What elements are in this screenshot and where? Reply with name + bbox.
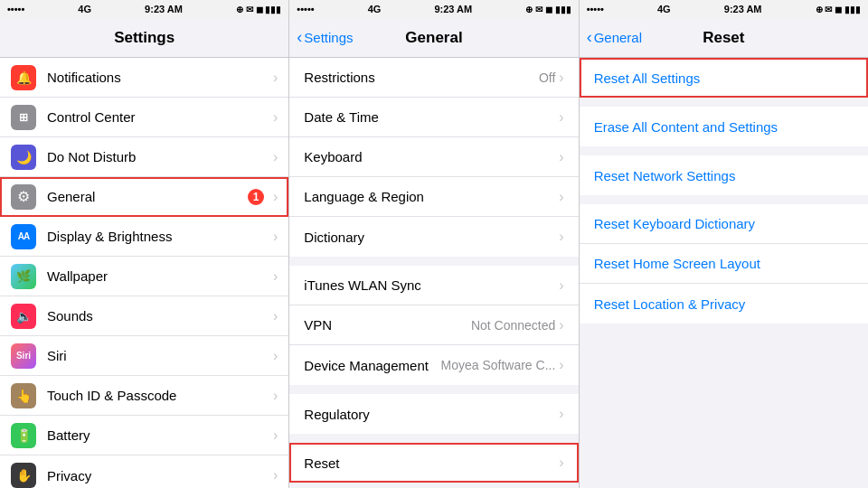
settings-item-battery[interactable]: 🔋 Battery › [0,416,288,455]
general-title: General [405,29,462,47]
back-to-general[interactable]: ‹ General [587,30,642,45]
itunes-chevron: › [559,277,563,294]
status-icons-2: ⊕ ✉ ◼ ▮▮▮ [525,5,571,14]
dictionary-chevron: › [559,229,563,245]
battery-label: Battery [47,427,269,443]
regulatory-chevron: › [559,406,563,422]
reset-item-erase-all[interactable]: Erase All Content and Settings [580,107,868,146]
status-panel-3: ••••• 4G 9:23 AM ⊕ ✉ ◼ ▮▮▮ [580,0,868,18]
device-mgmt-value: Moyea Software C... [441,358,556,372]
restrictions-value: Off [539,70,555,85]
reset-chevron: › [559,455,563,471]
time-2: 9:23 AM [434,4,472,14]
general-section-2: iTunes WLAN Sync › VPN Not Connected › D… [289,266,578,385]
keyboard-label: Keyboard [304,149,559,164]
reset-section-3: Reset Network Settings [580,155,868,195]
settings-item-dnd[interactable]: 🌙 Do Not Disturb › [0,137,288,177]
signal-dots: ••••• [7,4,24,14]
display-icon: AA [11,224,36,249]
notifications-label: Notifications [47,70,269,85]
control-center-icon: ⊞ [11,105,36,130]
language-label: Language & Region [304,189,559,204]
general-badge: 1 [248,189,264,205]
settings-item-notifications[interactable]: 🔔 Notifications › [0,58,288,98]
general-item-itunes[interactable]: iTunes WLAN Sync › [289,266,578,305]
general-item-regulatory[interactable]: Regulatory › [289,394,578,434]
touchid-chevron: › [273,388,278,404]
control-center-chevron: › [273,109,278,126]
reset-item-network[interactable]: Reset Network Settings [580,155,868,195]
touchid-label: Touch ID & Passcode [47,388,269,403]
dnd-chevron: › [273,149,278,165]
back-settings-label: Settings [304,30,353,45]
display-chevron: › [273,229,278,245]
siri-chevron: › [273,348,278,364]
siri-icon: Siri [11,343,36,369]
control-center-label: Control Center [47,109,269,125]
general-item-dictionary[interactable]: Dictionary › [289,217,578,257]
settings-item-privacy[interactable]: ✋ Privacy › [0,455,288,488]
general-item-device-mgmt[interactable]: Device Management Moyea Software C... › [289,345,578,385]
settings-header: Settings [0,18,288,58]
signal-dots-2: ••••• [297,4,314,14]
settings-item-wallpaper[interactable]: 🌿 Wallpaper › [0,257,288,296]
sounds-chevron: › [273,308,278,324]
language-chevron: › [559,189,563,205]
reset-item-all-settings[interactable]: Reset All Settings [580,58,868,98]
sounds-icon: 🔈 [11,304,36,329]
back-general-label: General [594,30,642,45]
restrictions-label: Restrictions [304,70,539,85]
general-item-vpn[interactable]: VPN Not Connected › [289,305,578,345]
settings-item-control-center[interactable]: ⊞ Control Center › [0,98,288,137]
time-3: 9:23 AM [724,4,762,14]
reset-list: Reset All Settings Erase All Content and… [580,58,868,488]
general-item-keyboard[interactable]: Keyboard › [289,137,578,177]
reset-item-location[interactable]: Reset Location & Privacy [580,284,868,324]
dnd-icon: 🌙 [11,145,36,170]
display-label: Display & Brightness [47,229,269,244]
status-icons-1: ⊕ ✉ ◼ ▮▮▮ [236,5,281,14]
general-section-1: Restrictions Off › Date & Time › Keyboar… [289,58,578,257]
carrier-3: 4G [657,4,671,14]
time-1: 9:23 AM [145,4,183,14]
general-section-3: Regulatory › [289,394,578,434]
general-item-datetime[interactable]: Date & Time › [289,98,578,137]
signal-dots-3: ••••• [587,4,604,14]
general-item-restrictions[interactable]: Restrictions Off › [289,58,578,98]
privacy-icon: ✋ [11,463,36,488]
carrier-1: 4G [78,4,91,14]
keyboard-chevron: › [559,149,563,165]
restrictions-chevron: › [559,70,563,86]
status-icons-3: ⊕ ✉ ◼ ▮▮▮ [816,5,861,14]
regulatory-label: Regulatory [304,407,559,422]
section-gap-3 [289,434,578,443]
wallpaper-chevron: › [273,268,278,285]
general-icon: ⚙ [11,184,36,210]
notifications-icon: 🔔 [11,65,36,90]
general-item-language[interactable]: Language & Region › [289,177,578,217]
settings-item-touchid[interactable]: 👆 Touch ID & Passcode › [0,376,288,416]
reset-item-keyboard[interactable]: Reset Keyboard Dictionary [580,204,868,244]
vpn-chevron: › [559,317,563,333]
notifications-chevron: › [273,70,278,86]
reset-home-label: Reset Home Screen Layout [594,256,854,271]
erase-all-label: Erase All Content and Settings [594,119,854,135]
siri-label: Siri [47,348,269,363]
reset-item-home-screen[interactable]: Reset Home Screen Layout [580,244,868,284]
reset-section-1: Reset All Settings [580,58,868,98]
reset-gap-1 [580,98,868,107]
settings-item-siri[interactable]: Siri Siri › [0,336,288,376]
itunes-label: iTunes WLAN Sync [304,277,559,293]
reset-location-label: Reset Location & Privacy [594,296,854,312]
settings-section: 🔔 Notifications › ⊞ Control Center › 🌙 [0,58,288,488]
settings-item-general[interactable]: ⚙ General 1 › [0,177,288,217]
dnd-label: Do Not Disturb [47,149,269,164]
reset-keyboard-label: Reset Keyboard Dictionary [594,216,854,231]
back-to-settings[interactable]: ‹ Settings [297,30,353,45]
status-bar: ••••• 4G 9:23 AM ⊕ ✉ ◼ ▮▮▮ ••••• 4G 9:23… [0,0,868,18]
settings-item-sounds[interactable]: 🔈 Sounds › [0,296,288,336]
reset-section-2: Erase All Content and Settings [580,107,868,146]
general-item-reset[interactable]: Reset › [289,443,578,483]
settings-item-display[interactable]: AA Display & Brightness › [0,217,288,257]
privacy-chevron: › [273,467,278,483]
